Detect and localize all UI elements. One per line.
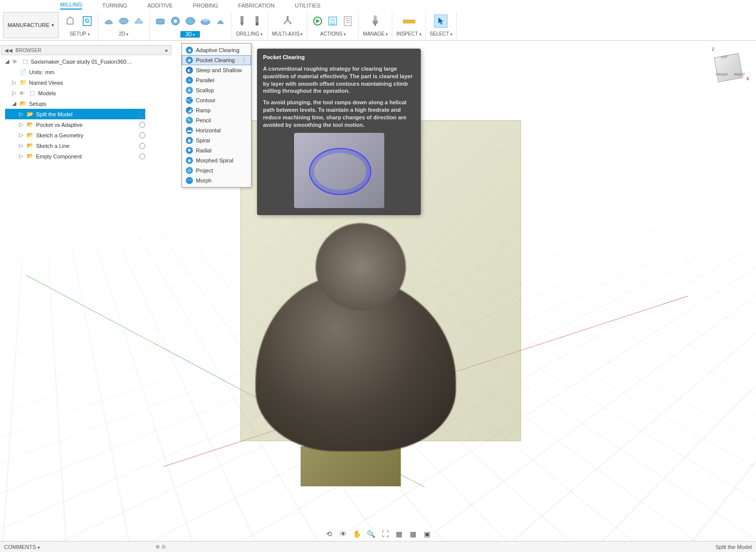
tab-additive[interactable]: ADDITIVE (147, 3, 173, 9)
expand-icon[interactable]: ▷ (19, 153, 24, 159)
select-icon[interactable] (434, 15, 447, 28)
menu-project[interactable]: ⊙Project (182, 165, 251, 175)
expand-icon[interactable]: ◢ (12, 100, 17, 107)
menu-ramp[interactable]: ◢Ramp (182, 105, 251, 115)
3d-icon-5[interactable] (214, 15, 227, 28)
pan-icon[interactable]: ✋ (353, 529, 362, 538)
expand-icon[interactable]: ▷ (19, 132, 24, 138)
browser-menu-icon[interactable]: ● (165, 48, 168, 53)
gcode-icon[interactable]: G1G2 (326, 15, 339, 28)
browser-title: BROWSER (16, 48, 42, 53)
display-icon[interactable]: ▦ (395, 529, 404, 538)
3d-icon-1[interactable] (154, 15, 167, 28)
3d-label[interactable]: 3D (180, 31, 200, 38)
drilling-label[interactable]: DRILLING (236, 31, 263, 37)
visibility-icon[interactable]: 👁 (12, 59, 19, 65)
ncprogram-icon[interactable]: G (81, 15, 94, 28)
2d-icon-2[interactable] (117, 15, 130, 28)
tree-setup-item[interactable]: ▷ 📂 Pocket vs Adaptive (5, 119, 145, 130)
multiaxis-icon[interactable] (281, 15, 294, 28)
sheet-icon[interactable] (341, 15, 354, 28)
menu-spiral[interactable]: ◉Spiral (182, 135, 251, 145)
zoom-icon[interactable]: 🔍 (367, 529, 376, 538)
tree-setup-item[interactable]: ▷ 📂 Sketch a Geometry (5, 130, 145, 140)
drill-icon-2[interactable] (250, 15, 264, 28)
expand-icon[interactable]: ▷ (12, 79, 17, 86)
svg-rect-21 (374, 16, 377, 21)
tree-models[interactable]: ▷ 👁 ⬚ Models (5, 88, 145, 98)
menu-horizontal[interactable]: ▬Horizontal (182, 125, 251, 135)
tree-label: Named Views (29, 80, 63, 86)
drill-icon-1[interactable] (235, 15, 248, 28)
3d-icon-2[interactable] (169, 15, 182, 28)
grid-icon[interactable]: ▦ (409, 529, 418, 538)
measure-icon[interactable] (402, 15, 415, 28)
expand-icon[interactable]: ▷ (19, 121, 24, 128)
fit-icon[interactable]: ⛶ (381, 529, 390, 538)
menu-steep-shallow[interactable]: ◐Steep and Shallow (182, 65, 251, 75)
viewcube-cube[interactable] (714, 53, 743, 82)
setup-icon: 📂 (26, 153, 34, 160)
2d-icon-3[interactable] (132, 15, 145, 28)
menu-morphed-spiral[interactable]: ◉Morphed Spiral (182, 155, 251, 165)
tree-units[interactable]: 📄 Units: mm (5, 67, 145, 77)
3d-icon-4[interactable] (199, 15, 212, 28)
workspace-switcher[interactable]: MANUFACTURE (3, 12, 59, 38)
tab-turning[interactable]: TURNING (102, 3, 127, 9)
expand-icon[interactable]: ◢ (5, 58, 10, 65)
folder-icon[interactable] (66, 15, 79, 28)
tree-setup-item[interactable]: ▷ 📂 Sketch a Line (5, 140, 145, 151)
viewcube[interactable]: z FRONT RIGHT x (711, 50, 746, 85)
tool-library-icon[interactable] (369, 15, 382, 28)
menu-parallel[interactable]: ≡Parallel (182, 75, 251, 85)
2d-icon-1[interactable] (102, 15, 115, 28)
active-setup-radio[interactable] (139, 111, 145, 117)
active-setup-radio[interactable] (139, 122, 145, 128)
x-axis (164, 296, 688, 467)
viewcube-front[interactable]: FRONT (716, 73, 728, 76)
inspect-label[interactable]: INSPECT (396, 31, 421, 37)
active-setup-radio[interactable] (139, 132, 145, 138)
browser-header[interactable]: ◀◀ BROWSER ● (1, 45, 171, 55)
select-label[interactable]: SELECT (430, 31, 452, 37)
more-icon[interactable]: ⋮ (241, 57, 247, 64)
menu-adaptive-clearing[interactable]: ◆Adaptive Clearing (182, 45, 251, 55)
tree-document-root[interactable]: ◢ 👁 ⬚ 5axismaker_Case study 01_Fusion360… (5, 56, 145, 67)
tree-setups[interactable]: ◢ 📂 Setups (5, 98, 145, 109)
look-icon[interactable]: 👁 (339, 529, 348, 538)
tree-setup-item[interactable]: ▷ 📂 Empty Component (5, 151, 145, 161)
setup-label[interactable]: SETUP (70, 31, 90, 37)
tab-probing[interactable]: PROBING (193, 3, 218, 9)
menu-morph[interactable]: 〰Morph (182, 175, 251, 186)
tab-milling[interactable]: MILLING (60, 2, 82, 10)
tab-fabrication[interactable]: FABRICATION (238, 3, 275, 9)
visibility-icon[interactable]: 👁 (19, 90, 26, 96)
2d-label[interactable]: 2D (119, 31, 128, 37)
expand-icon[interactable]: ▷ (12, 90, 17, 96)
expand-icon[interactable]: ▷ (19, 142, 24, 149)
setup-icon: 📂 (26, 142, 34, 149)
viewport-icon[interactable]: ▣ (423, 529, 432, 538)
tab-utilities[interactable]: UTILITIES (295, 3, 320, 9)
status-add-icon[interactable]: ⊕ ⊜ (155, 543, 166, 550)
active-setup-radio[interactable] (139, 153, 145, 159)
generate-icon[interactable] (311, 15, 324, 28)
comments-toggle[interactable]: COMMENTS (4, 544, 40, 550)
viewcube-right[interactable]: RIGHT (734, 73, 745, 76)
orbit-icon[interactable]: ⟲ (325, 529, 334, 538)
3d-icon-3[interactable] (184, 15, 197, 28)
tree-named-views[interactable]: ▷ 📁 Named Views (5, 77, 145, 88)
actions-label[interactable]: ACTIONS (320, 31, 346, 37)
menu-scallop[interactable]: ⊗Scallop (182, 85, 251, 95)
expand-icon[interactable]: ▷ (19, 111, 24, 117)
manage-label[interactable]: MANAGE (363, 31, 388, 37)
active-setup-radio[interactable] (139, 143, 145, 149)
menu-contour[interactable]: ">◯Contour (182, 95, 251, 105)
menu-pencil[interactable]: ✎Pencil (182, 115, 251, 125)
tree-setup-item[interactable]: ▷ 📂 Split the Model (5, 109, 145, 119)
menu-pocket-clearing[interactable]: ◉Pocket Clearing⋮ (182, 55, 251, 65)
menu-radial[interactable]: ✱Radial (182, 145, 251, 155)
multiaxis-label[interactable]: MULTI-AXIS (272, 31, 303, 37)
navigation-toolbar: ⟲ 👁 ✋ 🔍 ⛶ ▦ ▦ ▣ (320, 528, 437, 540)
browser-collapse-icon[interactable]: ◀◀ (5, 48, 13, 53)
